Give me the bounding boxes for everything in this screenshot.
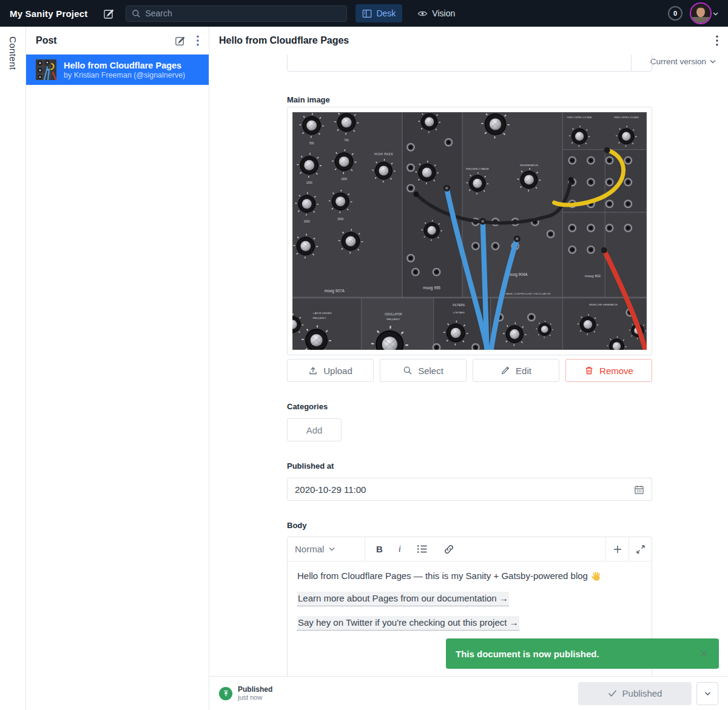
version-selector[interactable]: Current version (650, 57, 716, 66)
style-selector-value: Normal (295, 544, 324, 554)
publish-status-text: Published just now (238, 685, 272, 702)
select-button[interactable]: Select (380, 359, 467, 382)
status-time: just now (238, 694, 272, 702)
status-label: Published (238, 685, 272, 694)
post-list-panel: Post (26, 27, 209, 710)
tab-desk-label: Desk (376, 8, 396, 18)
search-icon (403, 366, 413, 375)
create-post-button[interactable] (175, 35, 186, 46)
remove-label: Remove (599, 366, 633, 376)
tab-vision[interactable]: Vision (411, 4, 462, 22)
slug-generate-divider (631, 55, 632, 71)
publish-menu-button[interactable] (696, 682, 718, 705)
upload-label: Upload (323, 366, 352, 376)
format-buttons: B i (365, 537, 454, 561)
chevron-down-icon (710, 59, 716, 64)
editor-toolbar: Normal B i (288, 537, 652, 561)
post-item-text: Hello from Cloudflare Pages by Kristian … (64, 60, 185, 80)
tool-sidebar: Content (0, 27, 26, 710)
publish-button-label: Published (622, 688, 662, 698)
calendar-icon[interactable] (634, 484, 644, 495)
published-at-label: Published at (287, 461, 652, 471)
body-paragraph: Hello from Cloudflare Pages — this is my… (297, 570, 642, 582)
bullet-list-button[interactable] (417, 544, 428, 554)
dots-vertical-icon (716, 35, 718, 46)
insert-block-button[interactable] (605, 537, 629, 561)
body-link: Learn more about Pages from our document… (297, 592, 509, 606)
remove-button[interactable]: Remove (565, 359, 652, 382)
upload-icon (308, 366, 318, 375)
edit-button[interactable]: Edit (473, 359, 559, 382)
bold-button[interactable]: B (376, 544, 383, 554)
select-label: Select (418, 366, 443, 376)
new-document-button[interactable] (103, 8, 115, 19)
panel-label: VOLTAGE CONTROLLED OSCILLATOR (500, 292, 550, 295)
categories-label: Categories (287, 402, 652, 411)
document-header: Hello from Cloudflare Pages (209, 27, 728, 55)
version-label: Current version (650, 57, 706, 66)
published-at-value: 2020-10-29 11:00 (295, 484, 628, 495)
post-item-subtitle: by Kristian Freeman (@signalnerve) (64, 71, 185, 80)
panel-label: FREQUENCY (312, 317, 326, 320)
italic-button[interactable]: i (399, 544, 401, 554)
search-input[interactable] (145, 8, 341, 18)
close-icon[interactable] (698, 648, 709, 659)
synthesizer-photo: 500 700 1000 1600 2000 2600 HIGH PASS mo… (292, 112, 647, 350)
panel-label: FREQUENCY RANGE (466, 168, 489, 170)
panel-title: Post (36, 35, 164, 46)
sidebar-item-content[interactable]: Content (8, 36, 18, 70)
slug-field-partial[interactable] (287, 55, 652, 72)
hints-badge[interactable]: 0 (668, 6, 682, 21)
document-pane: Hello from Cloudflare Pages Current vers… (209, 27, 728, 710)
panel-label: OSCILLATOR (385, 313, 402, 316)
knob-label: 500 (309, 142, 314, 145)
document-footer: Published just now Published (209, 676, 728, 710)
wave-emoji-icon (591, 571, 601, 581)
eye-icon (417, 9, 428, 18)
body-paragraph: Say hey on Twitter if you're checking ou… (297, 616, 642, 631)
upload-button[interactable]: Upload (287, 359, 374, 382)
post-thumbnail (36, 59, 56, 80)
publish-toast: This document is now published. (446, 638, 719, 669)
user-menu[interactable] (691, 4, 718, 23)
panel-label: moog 904A (508, 272, 528, 277)
chevron-down-icon (329, 547, 357, 551)
published-at-input[interactable]: 2020-10-29 11:00 (287, 478, 652, 501)
search-icon (132, 9, 141, 18)
fullscreen-button[interactable] (629, 537, 652, 561)
add-category-button[interactable]: Add (287, 418, 342, 441)
document-form: Current version Main image (209, 55, 728, 676)
publish-button[interactable]: Published (578, 682, 692, 705)
tab-desk[interactable]: Desk (356, 4, 402, 22)
trash-icon (584, 366, 594, 375)
knob-label: 1000 (306, 181, 312, 184)
badge-count: 0 (673, 10, 677, 17)
post-item-title: Hello from Cloudflare Pages (64, 60, 185, 71)
add-label: Add (306, 425, 323, 435)
panel-label: FIXED CONTROL VOLTAGE (614, 116, 639, 119)
chevron-down-icon (713, 12, 718, 16)
pencil-icon (500, 366, 510, 375)
panel-label: HIGH PASS (374, 153, 393, 156)
knob-label: 700 (344, 139, 349, 142)
check-icon (608, 689, 617, 697)
panel-label: REGENERATION (520, 164, 538, 167)
main-image-preview: 500 700 1000 1600 2000 2600 HIGH PASS mo… (287, 107, 652, 355)
panel-label: moog 902 (585, 274, 601, 278)
list-item-post[interactable]: Hello from Cloudflare Pages by Kristian … (26, 55, 209, 85)
sanity-studio: My Sanity Project (0, 0, 728, 710)
document-menu-button[interactable] (716, 35, 718, 46)
body-paragraph: Learn more about Pages from our document… (297, 592, 642, 606)
expand-icon (636, 544, 645, 554)
knob-label: 2000 (304, 220, 310, 223)
avatar (691, 4, 710, 23)
panel-menu-button[interactable] (197, 35, 199, 46)
style-selector[interactable]: Normal (288, 537, 365, 561)
compose-icon (175, 35, 186, 46)
editor-content[interactable]: Hello from Cloudflare Pages — this is my… (288, 561, 652, 649)
edit-label: Edit (516, 366, 531, 376)
publish-status-icon (219, 687, 232, 700)
panel-label: moog 907A (325, 289, 345, 293)
link-button[interactable] (443, 544, 454, 555)
panel-label: FILTERS (453, 304, 465, 307)
